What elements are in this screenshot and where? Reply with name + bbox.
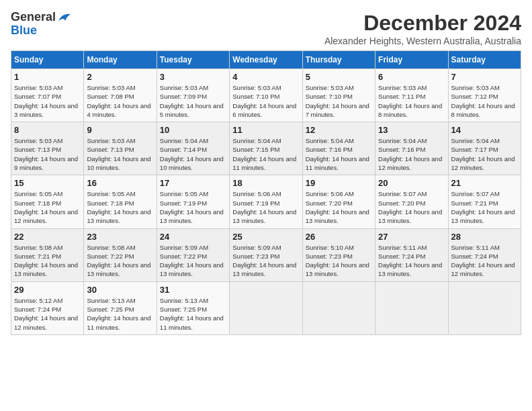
day-detail: Sunrise: 5:04 AM Sunset: 7:16 PM Dayligh… [306, 136, 372, 172]
calendar-day-cell [230, 281, 302, 334]
logo-bird-icon [57, 11, 72, 24]
logo: General Blue [11, 11, 72, 38]
calendar-week-row: 29 Sunrise: 5:12 AM Sunset: 7:24 PM Dayl… [11, 281, 521, 334]
calendar-table: SundayMondayTuesdayWednesdayThursdayFrid… [11, 50, 521, 335]
day-detail: Sunrise: 5:05 AM Sunset: 7:18 PM Dayligh… [14, 189, 81, 225]
day-number: 17 [160, 178, 226, 188]
calendar-day-cell: 3 Sunrise: 5:03 AM Sunset: 7:09 PM Dayli… [157, 69, 229, 122]
calendar-week-row: 8 Sunrise: 5:03 AM Sunset: 7:13 PM Dayli… [11, 122, 521, 175]
day-number: 30 [87, 285, 153, 295]
day-number: 7 [451, 72, 518, 82]
calendar-day-cell: 11 Sunrise: 5:04 AM Sunset: 7:15 PM Dayl… [230, 122, 302, 175]
day-number: 1 [14, 72, 81, 82]
day-number: 27 [378, 232, 445, 242]
day-number: 4 [232, 72, 299, 82]
calendar-week-row: 1 Sunrise: 5:03 AM Sunset: 7:07 PM Dayli… [11, 69, 521, 122]
logo-general-text: General [11, 11, 56, 24]
day-detail: Sunrise: 5:09 AM Sunset: 7:23 PM Dayligh… [232, 243, 299, 279]
day-number: 26 [306, 232, 372, 242]
day-number: 23 [87, 232, 153, 242]
day-number: 10 [160, 125, 226, 135]
day-number: 11 [232, 125, 299, 135]
calendar-day-cell: 29 Sunrise: 5:12 AM Sunset: 7:24 PM Dayl… [11, 281, 84, 334]
calendar-day-cell: 20 Sunrise: 5:07 AM Sunset: 7:20 PM Dayl… [375, 175, 448, 228]
logo-blue-text: Blue [11, 24, 37, 38]
day-number: 14 [451, 125, 518, 135]
day-number: 15 [14, 178, 81, 188]
day-detail: Sunrise: 5:06 AM Sunset: 7:19 PM Dayligh… [232, 189, 299, 225]
day-detail: Sunrise: 5:03 AM Sunset: 7:08 PM Dayligh… [87, 83, 153, 119]
day-detail: Sunrise: 5:11 AM Sunset: 7:24 PM Dayligh… [451, 243, 518, 279]
calendar-day-cell: 21 Sunrise: 5:07 AM Sunset: 7:21 PM Dayl… [448, 175, 521, 228]
day-number: 25 [232, 232, 299, 242]
calendar-day-cell: 30 Sunrise: 5:13 AM Sunset: 7:25 PM Dayl… [84, 281, 157, 334]
day-detail: Sunrise: 5:10 AM Sunset: 7:23 PM Dayligh… [306, 243, 372, 279]
day-detail: Sunrise: 5:03 AM Sunset: 7:13 PM Dayligh… [14, 136, 81, 172]
day-detail: Sunrise: 5:05 AM Sunset: 7:19 PM Dayligh… [160, 189, 226, 225]
calendar-day-cell: 10 Sunrise: 5:04 AM Sunset: 7:14 PM Dayl… [157, 122, 229, 175]
day-detail: Sunrise: 5:07 AM Sunset: 7:21 PM Dayligh… [451, 189, 518, 225]
day-number: 16 [87, 178, 153, 188]
month-year-title: December 2024 [324, 11, 521, 36]
day-detail: Sunrise: 5:03 AM Sunset: 7:11 PM Dayligh… [378, 83, 445, 119]
calendar-day-cell: 25 Sunrise: 5:09 AM Sunset: 7:23 PM Dayl… [230, 228, 302, 281]
day-number: 8 [14, 125, 81, 135]
day-number: 19 [306, 178, 372, 188]
day-detail: Sunrise: 5:04 AM Sunset: 7:14 PM Dayligh… [160, 136, 226, 172]
day-detail: Sunrise: 5:08 AM Sunset: 7:22 PM Dayligh… [87, 243, 153, 279]
title-block: December 2024 Alexander Heights, Western… [324, 11, 521, 46]
day-of-week-header: Tuesday [157, 51, 229, 69]
day-of-week-header: Friday [375, 51, 448, 69]
day-number: 29 [14, 285, 81, 295]
day-number: 12 [306, 125, 372, 135]
day-number: 2 [87, 72, 153, 82]
day-detail: Sunrise: 5:13 AM Sunset: 7:25 PM Dayligh… [160, 296, 226, 332]
page-header: General Blue December 2024 Alexander Hei… [11, 11, 521, 46]
calendar-day-cell: 2 Sunrise: 5:03 AM Sunset: 7:08 PM Dayli… [84, 69, 157, 122]
calendar-day-cell [302, 281, 375, 334]
calendar-day-cell [375, 281, 448, 334]
calendar-day-cell: 17 Sunrise: 5:05 AM Sunset: 7:19 PM Dayl… [157, 175, 229, 228]
calendar-day-cell: 19 Sunrise: 5:06 AM Sunset: 7:20 PM Dayl… [302, 175, 375, 228]
day-number: 3 [160, 72, 226, 82]
day-of-week-header: Saturday [448, 51, 521, 69]
day-detail: Sunrise: 5:04 AM Sunset: 7:16 PM Dayligh… [378, 136, 445, 172]
calendar-day-cell: 28 Sunrise: 5:11 AM Sunset: 7:24 PM Dayl… [448, 228, 521, 281]
day-of-week-header: Monday [84, 51, 157, 69]
day-detail: Sunrise: 5:07 AM Sunset: 7:20 PM Dayligh… [378, 189, 445, 225]
day-number: 21 [451, 178, 518, 188]
calendar-day-cell: 12 Sunrise: 5:04 AM Sunset: 7:16 PM Dayl… [302, 122, 375, 175]
calendar-day-cell: 22 Sunrise: 5:08 AM Sunset: 7:21 PM Dayl… [11, 228, 84, 281]
calendar-day-cell: 5 Sunrise: 5:03 AM Sunset: 7:10 PM Dayli… [302, 69, 375, 122]
calendar-day-cell: 9 Sunrise: 5:03 AM Sunset: 7:13 PM Dayli… [84, 122, 157, 175]
day-detail: Sunrise: 5:04 AM Sunset: 7:17 PM Dayligh… [451, 136, 518, 172]
location-subtitle: Alexander Heights, Western Australia, Au… [324, 36, 521, 46]
calendar-day-cell: 18 Sunrise: 5:06 AM Sunset: 7:19 PM Dayl… [230, 175, 302, 228]
day-detail: Sunrise: 5:03 AM Sunset: 7:13 PM Dayligh… [87, 136, 153, 172]
day-of-week-header: Wednesday [230, 51, 302, 69]
day-number: 31 [160, 285, 226, 295]
calendar-day-cell: 14 Sunrise: 5:04 AM Sunset: 7:17 PM Dayl… [448, 122, 521, 175]
calendar-week-row: 22 Sunrise: 5:08 AM Sunset: 7:21 PM Dayl… [11, 228, 521, 281]
calendar-day-cell: 31 Sunrise: 5:13 AM Sunset: 7:25 PM Dayl… [157, 281, 229, 334]
calendar-day-cell: 26 Sunrise: 5:10 AM Sunset: 7:23 PM Dayl… [302, 228, 375, 281]
calendar-day-cell: 15 Sunrise: 5:05 AM Sunset: 7:18 PM Dayl… [11, 175, 84, 228]
calendar-day-cell: 23 Sunrise: 5:08 AM Sunset: 7:22 PM Dayl… [84, 228, 157, 281]
day-detail: Sunrise: 5:11 AM Sunset: 7:24 PM Dayligh… [378, 243, 445, 279]
day-of-week-header: Sunday [11, 51, 84, 69]
day-detail: Sunrise: 5:04 AM Sunset: 7:15 PM Dayligh… [232, 136, 299, 172]
day-detail: Sunrise: 5:08 AM Sunset: 7:21 PM Dayligh… [14, 243, 81, 279]
day-number: 22 [14, 232, 81, 242]
calendar-day-cell: 6 Sunrise: 5:03 AM Sunset: 7:11 PM Dayli… [375, 69, 448, 122]
day-number: 13 [378, 125, 445, 135]
calendar-day-cell [448, 281, 521, 334]
calendar-day-cell: 13 Sunrise: 5:04 AM Sunset: 7:16 PM Dayl… [375, 122, 448, 175]
calendar-day-cell: 7 Sunrise: 5:03 AM Sunset: 7:12 PM Dayli… [448, 69, 521, 122]
day-detail: Sunrise: 5:13 AM Sunset: 7:25 PM Dayligh… [87, 296, 153, 332]
day-number: 28 [451, 232, 518, 242]
calendar-day-cell: 27 Sunrise: 5:11 AM Sunset: 7:24 PM Dayl… [375, 228, 448, 281]
day-detail: Sunrise: 5:06 AM Sunset: 7:20 PM Dayligh… [306, 189, 372, 225]
day-detail: Sunrise: 5:03 AM Sunset: 7:07 PM Dayligh… [14, 83, 81, 119]
day-detail: Sunrise: 5:09 AM Sunset: 7:22 PM Dayligh… [160, 243, 226, 279]
day-detail: Sunrise: 5:12 AM Sunset: 7:24 PM Dayligh… [14, 296, 81, 332]
